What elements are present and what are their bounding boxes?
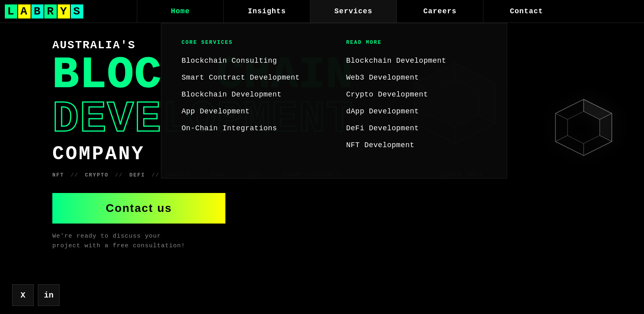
tag-crypto: CRYPTO (85, 172, 109, 178)
sep1: // (70, 172, 78, 178)
logo-text: L A B R Y S (5, 4, 83, 18)
nav-item-home[interactable]: Home (137, 0, 223, 23)
sep2: // (115, 172, 123, 178)
logo: L A B R Y S (0, 0, 137, 23)
nav-items: Home Insights Services Careers Contact (137, 0, 644, 23)
logo-letter-y: Y (58, 4, 70, 18)
dropdown-item-onchain[interactable]: On-Chain Integrations (182, 124, 322, 132)
logo-letter-r: R (44, 4, 57, 18)
tag-defi: DEFI (129, 172, 145, 178)
logo-letter-b: B (31, 4, 44, 18)
nav-item-services[interactable]: Services (310, 0, 396, 23)
sep3: // (152, 172, 160, 178)
dropdown-core-header: CORE SERVICES (182, 39, 322, 45)
dropdown-item-blockchain-consulting[interactable]: Blockchain Consulting (182, 57, 322, 65)
nav-item-contact[interactable]: Contact (483, 0, 570, 23)
svg-line-22 (555, 135, 568, 142)
dropdown-item-blockchain-development[interactable]: Blockchain Development (346, 57, 487, 65)
tag-nft: NFT (52, 172, 64, 178)
logo-letter-s: S (71, 4, 83, 18)
logo-letter-l: L (5, 4, 17, 18)
dropdown-item-blockchain-dev[interactable]: Blockchain Development (182, 90, 322, 99)
linkedin-icon[interactable]: in (38, 284, 60, 306)
twitter-icon[interactable]: X (12, 284, 34, 306)
dropdown-read-header: READ MORE (346, 39, 487, 45)
dropdown-item-web3[interactable]: Web3 Development (346, 74, 487, 82)
dropdown-col-core: CORE SERVICES Blockchain Consulting Smar… (182, 39, 322, 158)
logo-letter-a: A (18, 4, 31, 18)
services-dropdown: CORE SERVICES Blockchain Consulting Smar… (161, 23, 507, 179)
dropdown-item-defi[interactable]: DeFi Development (346, 124, 487, 132)
dropdown-item-dapp[interactable]: dApp Development (346, 107, 487, 115)
dropdown-item-crypto[interactable]: Crypto Development (346, 90, 487, 99)
dropdown-item-nft[interactable]: NFT Development (346, 141, 487, 149)
nav-item-careers[interactable]: Careers (396, 0, 483, 23)
dropdown-item-app-dev[interactable]: App Development (182, 107, 322, 115)
hero-description: We're ready to discuss your project with… (52, 232, 221, 251)
dropdown-col-read: READ MORE Blockchain Development Web3 De… (346, 39, 487, 158)
dropdown-item-smart-contract[interactable]: Smart Contract Development (182, 74, 322, 82)
cube-small (547, 91, 620, 164)
svg-line-23 (555, 113, 568, 119)
contact-us-button[interactable]: Contact us (52, 193, 225, 224)
navigation: L A B R Y S Home Insights Services Caree… (0, 0, 644, 23)
social-row: X in (12, 284, 60, 306)
nav-item-insights[interactable]: Insights (223, 0, 310, 23)
